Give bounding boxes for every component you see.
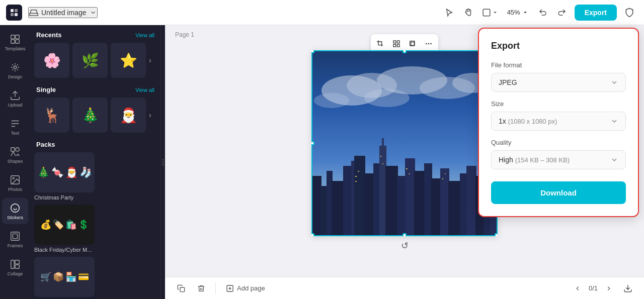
svg-rect-68 (382, 163, 383, 164)
shield-button[interactable] (621, 4, 638, 21)
pack-item-christmas[interactable]: 🎄🍬 🎅🧦 Christmas Party (34, 152, 95, 201)
rotation-handle[interactable]: ↺ (401, 240, 409, 251)
add-page-button[interactable]: Add page (222, 282, 269, 294)
pack-item-smallbusiness[interactable]: 🛒📦 🏪💳 Small Business Saturd... (34, 257, 95, 299)
svg-rect-52 (397, 176, 406, 236)
quality-field: Quality High (154 KB – 308 KB) (491, 139, 626, 169)
copy-page-button[interactable] (173, 280, 189, 296)
svg-rect-8 (16, 39, 19, 43)
export-button[interactable]: Export (575, 5, 617, 21)
pan-tool-button[interactable] (460, 4, 477, 21)
sidebar-item-frames[interactable]: Frames (2, 226, 28, 252)
sidebar-item-label: Upload (8, 103, 23, 108)
more-options-button[interactable] (421, 36, 436, 51)
svg-rect-50 (382, 138, 384, 153)
svg-point-20 (163, 159, 164, 160)
selection-handle-tc[interactable] (403, 50, 407, 53)
page-count: 0/1 (589, 284, 598, 292)
grid-tool-button[interactable] (389, 36, 404, 51)
sticker-recents-1[interactable]: 🌿 (72, 43, 108, 78)
svg-rect-53 (405, 158, 415, 236)
packs-section: Packs 🎄🍬 🎅🧦 Christmas Party 💰🏷️ 🛍️💲 (34, 141, 156, 299)
select-tool-button[interactable] (441, 4, 458, 21)
app-logo[interactable] (6, 5, 22, 21)
svg-rect-26 (397, 44, 399, 47)
pack-item-blackfriday[interactable]: 💰🏷️ 🛍️💲 Black Friday/Cyber M... (34, 205, 95, 253)
svg-rect-70 (409, 173, 410, 174)
svg-rect-0 (11, 9, 14, 12)
left-panel: Recents View all 🌸 🌿 ⭐ › Single View all… (30, 25, 161, 299)
single-view-all[interactable]: View all (135, 87, 154, 93)
download-button[interactable]: Download (491, 181, 626, 204)
sticker-recents-2[interactable]: ⭐ (111, 43, 146, 78)
sidebar-item-text[interactable]: Text (2, 114, 28, 140)
frame-tool-button[interactable] (479, 4, 501, 21)
quality-label: Quality (491, 139, 626, 146)
svg-rect-5 (11, 35, 15, 38)
file-format-value: JPEG (499, 78, 517, 86)
size-field: Size 1x (1080 x 1080 px) (491, 100, 626, 131)
svg-rect-54 (414, 171, 425, 236)
document-title-button[interactable]: Untitled image (28, 7, 98, 18)
sidebar-item-label: Text (11, 131, 20, 136)
sidebar-item-shapes[interactable]: Shapes (2, 142, 28, 168)
svg-rect-46 (354, 156, 365, 236)
svg-rect-67 (380, 156, 381, 157)
sidebar-item-collage[interactable]: Collage (2, 254, 28, 280)
sticker-single-0[interactable]: 🦌 (34, 97, 69, 133)
redo-button[interactable] (553, 4, 571, 21)
svg-rect-47 (364, 173, 374, 236)
sidebar-item-label: Stickers (7, 215, 23, 220)
download-icon-button[interactable] (620, 280, 636, 296)
sidebar-item-design[interactable]: Design (2, 57, 28, 83)
undo-button[interactable] (534, 4, 551, 21)
svg-rect-73 (180, 287, 185, 292)
recents-next-arrow[interactable]: › (149, 56, 151, 64)
crop-tool-button[interactable] (373, 36, 388, 51)
svg-rect-28 (411, 42, 415, 46)
sidebar-item-upload[interactable]: Upload (2, 85, 28, 112)
recents-title: Recents (36, 31, 62, 39)
sticker-recents-0[interactable]: 🌸 (34, 43, 69, 78)
topbar: Untitled image 45% Export (0, 0, 644, 25)
svg-rect-17 (11, 260, 14, 268)
delete-page-button[interactable] (193, 280, 209, 296)
svg-rect-60 (466, 166, 476, 236)
size-select[interactable]: 1x (1080 x 1080 px) (491, 112, 626, 131)
svg-rect-4 (483, 9, 490, 16)
quality-select[interactable]: High (154 KB – 308 KB) (491, 150, 626, 169)
sticker-single-2[interactable]: 🎅 (111, 97, 146, 133)
sidebar-item-stickers[interactable]: Stickers (2, 198, 28, 224)
sticker-single-1[interactable]: 🎄 (72, 97, 108, 133)
panel-resize-handle[interactable] (161, 25, 165, 299)
svg-point-9 (14, 66, 17, 69)
quality-value: High (154 KB – 308 KB) (499, 156, 570, 164)
page-label: Page 1 (175, 31, 194, 38)
pack-label: Christmas Party (34, 194, 95, 201)
recents-view-all[interactable]: View all (135, 32, 154, 38)
page-next-button[interactable] (602, 281, 616, 295)
sidebar-item-templates[interactable]: Templates (2, 29, 28, 55)
svg-point-22 (163, 164, 164, 165)
file-format-select[interactable]: JPEG (491, 73, 626, 92)
sidebar-item-photos[interactable]: Photos (2, 170, 28, 196)
zoom-selector[interactable]: 45% (503, 7, 532, 18)
toolbar-tools: 45% (441, 4, 571, 21)
page-nav: 0/1 (571, 281, 616, 295)
page-prev-button[interactable] (571, 281, 585, 295)
svg-rect-1 (15, 9, 18, 12)
bottom-divider (215, 282, 216, 294)
recents-section: Recents View all 🌸 🌿 ⭐ › (34, 31, 156, 78)
sidebar-item-label: Shapes (8, 159, 23, 164)
svg-point-31 (430, 43, 432, 45)
single-title: Single (36, 86, 56, 93)
svg-point-21 (163, 161, 164, 163)
canvas-image[interactable] (311, 50, 498, 236)
svg-rect-18 (15, 260, 19, 263)
export-title: Export (491, 41, 626, 51)
layers-tool-button[interactable] (405, 36, 420, 51)
single-next-arrow[interactable]: › (149, 111, 151, 119)
svg-rect-58 (448, 181, 461, 236)
selection-handle-tl[interactable] (311, 50, 314, 53)
svg-rect-25 (393, 44, 396, 47)
